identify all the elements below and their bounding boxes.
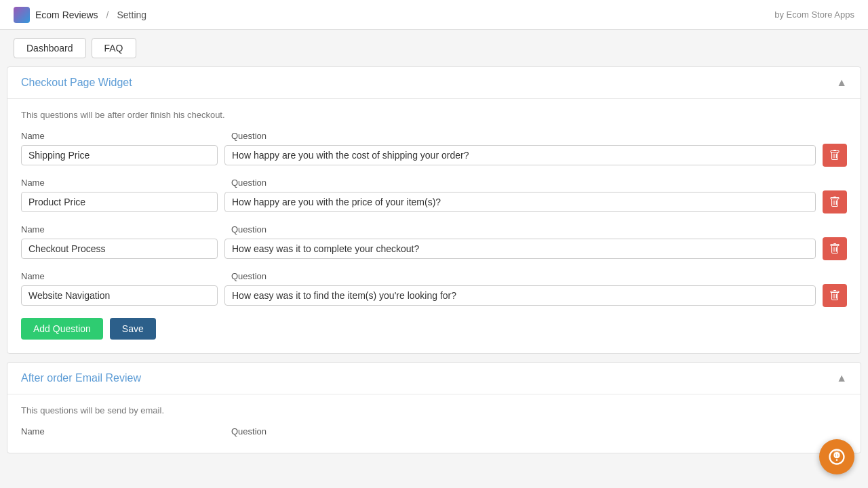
- checkout-section-body: This questions will be after order finis…: [7, 99, 861, 353]
- name-label-3: Name: [21, 224, 218, 235]
- delete-button-2[interactable]: [823, 190, 847, 214]
- question-input-4[interactable]: [224, 285, 816, 306]
- page-title: Setting: [117, 9, 146, 20]
- name-input-2[interactable]: [21, 192, 218, 212]
- breadcrumb-separator: /: [106, 9, 109, 20]
- question-row-4: Name Question: [21, 271, 847, 307]
- question-input-1[interactable]: [224, 145, 816, 165]
- nav-bar: Dashboard FAQ: [0, 30, 868, 66]
- save-button[interactable]: Save: [110, 318, 156, 340]
- email-section: After order Email Review ▲ This question…: [7, 362, 861, 453]
- delete-button-4[interactable]: [823, 284, 847, 307]
- delete-button-1[interactable]: [823, 144, 847, 167]
- question-row-3: Name Question: [21, 224, 847, 260]
- name-input-4[interactable]: [21, 285, 218, 306]
- email-section-title: After order Email Review: [21, 372, 141, 384]
- app-icon: [14, 7, 30, 23]
- email-name-label: Name: [21, 426, 218, 436]
- checkout-chevron-icon[interactable]: ▲: [836, 77, 847, 89]
- action-buttons: Add Question Save: [21, 318, 847, 340]
- email-subtitle: This questions will be send by email.: [21, 405, 847, 415]
- dashboard-button[interactable]: Dashboard: [14, 38, 86, 58]
- name-label-4: Name: [21, 271, 218, 281]
- app-name: Ecom Reviews: [35, 9, 98, 20]
- question-row-2: Name Question: [21, 178, 847, 214]
- name-label-2: Name: [21, 178, 218, 188]
- question-label-4: Question: [231, 271, 847, 281]
- faq-button[interactable]: FAQ: [92, 38, 136, 58]
- checkout-section-header: Checkout Page Widget ▲: [7, 67, 861, 99]
- checkout-section: Checkout Page Widget ▲ This questions wi…: [7, 66, 861, 354]
- email-chevron-icon[interactable]: ▲: [836, 372, 847, 384]
- email-question-label: Question: [231, 426, 847, 436]
- name-input-1[interactable]: [21, 145, 218, 165]
- question-input-3[interactable]: [224, 239, 816, 259]
- question-label-1: Question: [231, 131, 847, 141]
- checkout-subtitle: This questions will be after order finis…: [21, 110, 847, 120]
- header-left: Ecom Reviews / Setting: [14, 7, 146, 23]
- question-label-3: Question: [231, 224, 847, 235]
- question-input-2[interactable]: [224, 192, 816, 212]
- delete-button-3[interactable]: [823, 237, 847, 260]
- question-row-1: Name Question: [21, 131, 847, 167]
- support-icon: [827, 447, 846, 462]
- header: Ecom Reviews / Setting by Ecom Store App…: [0, 0, 868, 30]
- checkout-section-title: Checkout Page Widget: [21, 77, 132, 89]
- name-label-1: Name: [21, 131, 218, 141]
- name-input-3[interactable]: [21, 239, 218, 259]
- question-label-2: Question: [231, 178, 847, 188]
- main-content: Checkout Page Widget ▲ This questions wi…: [0, 66, 868, 453]
- email-section-header: After order Email Review ▲: [7, 363, 861, 394]
- email-section-body: This questions will be send by email. Na…: [7, 394, 861, 453]
- add-question-button[interactable]: Add Question: [21, 318, 103, 340]
- header-by: by Ecom Store Apps: [774, 9, 854, 20]
